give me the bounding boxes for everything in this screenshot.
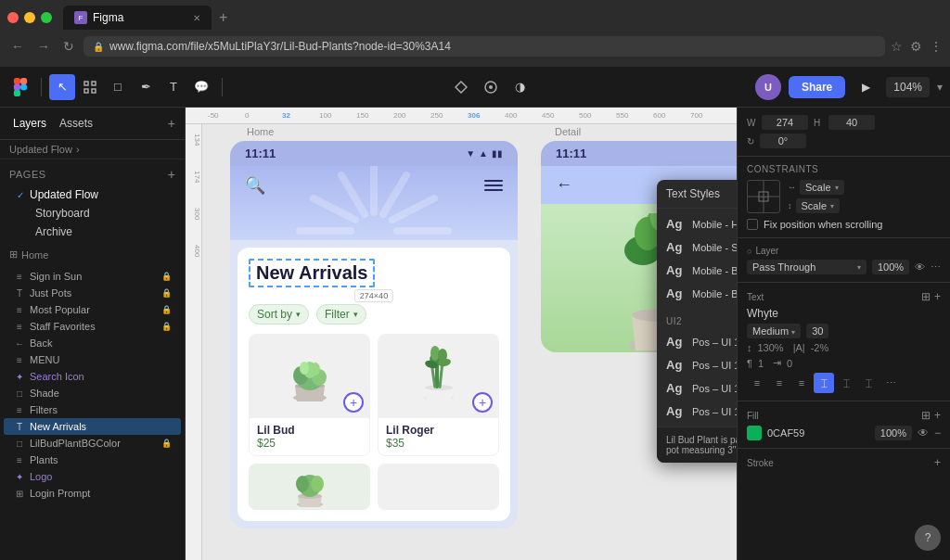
layers-tab[interactable]: Layers: [9, 115, 50, 132]
updated-flow-breadcrumb[interactable]: Updated Flow: [9, 144, 72, 155]
h-constraint-dropdown[interactable]: Scale ▾: [800, 180, 844, 195]
zoom-indicator[interactable]: 104%: [886, 77, 930, 97]
layer-opacity-value[interactable]: 100%: [872, 260, 909, 274]
layer-staff-favorites[interactable]: ≡ Staff Favorites 🔒: [4, 318, 181, 335]
tab-close-icon[interactable]: ✕: [193, 13, 200, 23]
style-mobile-header[interactable]: Ag Mobile - Header: [657, 212, 737, 235]
fill-opacity-value[interactable]: 100%: [875, 426, 912, 440]
add-fill-icon[interactable]: +: [934, 409, 941, 422]
add-to-cart-button-1[interactable]: +: [343, 392, 364, 413]
active-tab[interactable]: F Figma ✕: [63, 6, 212, 30]
v-constraint-dropdown[interactable]: Scale ▾: [796, 198, 841, 213]
align-top-button[interactable]: ⌶: [814, 373, 834, 393]
ellipsis-icon[interactable]: ⋯: [931, 261, 941, 274]
fill-remove-icon[interactable]: −: [934, 426, 941, 439]
fill-grid-icon[interactable]: ⊞: [921, 409, 931, 422]
canvas-area[interactable]: -50 0 32 100 150 200 250 306 400 450 500…: [186, 108, 737, 560]
text-grid-icon[interactable]: ⊞: [921, 290, 931, 303]
layer-menu[interactable]: ≡ MENU: [4, 351, 181, 368]
comment-tool-button[interactable]: 💬: [188, 74, 214, 100]
layer-logo[interactable]: ✦ Logo: [4, 468, 181, 485]
components-button[interactable]: [448, 74, 474, 100]
extensions-icon[interactable]: ⚙: [910, 39, 922, 54]
help-button[interactable]: ?: [915, 525, 941, 551]
fill-color-swatch[interactable]: [747, 426, 762, 440]
shape-tool-button[interactable]: □: [105, 74, 131, 100]
menu-icon[interactable]: ⋮: [930, 39, 943, 54]
add-layer-button[interactable]: +: [168, 116, 175, 131]
search-icon[interactable]: 🔍: [245, 175, 265, 196]
text-tool-button[interactable]: T: [160, 74, 186, 100]
fix-position-checkbox[interactable]: [747, 219, 758, 230]
product-card-2[interactable]: + Lil Roger $35: [378, 334, 499, 456]
share-button[interactable]: Share: [789, 76, 845, 98]
pen-tool-button[interactable]: ✒: [133, 74, 159, 100]
back-arrow-icon[interactable]: ←: [556, 175, 572, 195]
align-right-button[interactable]: ≡: [791, 373, 812, 393]
new-tab-button[interactable]: +: [215, 9, 231, 26]
refresh-nav-button[interactable]: ↻: [59, 37, 78, 56]
height-value[interactable]: 40: [828, 115, 875, 130]
layer-most-popular[interactable]: ≡ Most Popular 🔒: [4, 301, 181, 318]
move-tool-button[interactable]: ↖: [49, 74, 75, 100]
new-arrivals-title[interactable]: New Arrivals: [249, 259, 375, 287]
add-to-cart-button-2[interactable]: +: [472, 392, 493, 413]
style-mobile-body-links[interactable]: Ag Mobile - Body Links: [657, 282, 737, 305]
page-item-archive[interactable]: Archive: [9, 223, 175, 241]
maximize-button[interactable]: [41, 12, 52, 23]
width-value[interactable]: 274: [762, 115, 808, 130]
play-button[interactable]: ▶: [853, 74, 879, 100]
filter-button[interactable]: Filter ▾: [316, 304, 366, 325]
layer-login-prompt[interactable]: ⊞ Login Prompt: [4, 485, 181, 502]
style-mobile-body[interactable]: Ag Mobile - Body: [657, 259, 737, 282]
align-center-button[interactable]: ≡: [769, 373, 790, 393]
star-icon[interactable]: ☆: [891, 39, 903, 54]
style-pos-ui11-medium[interactable]: Ag Pos – UI 11 Medium: [657, 353, 737, 376]
layer-new-arrivals[interactable]: T New Arrivals: [4, 418, 181, 435]
add-page-button[interactable]: +: [168, 167, 175, 182]
text-more-options-button[interactable]: ⋯: [880, 373, 901, 393]
rotation-value[interactable]: 0°: [760, 134, 806, 148]
layer-sign-in-sun[interactable]: ≡ Sign in Sun 🔒: [4, 268, 181, 285]
layer-shade[interactable]: □ Shade: [4, 385, 181, 401]
back-nav-button[interactable]: ←: [7, 37, 28, 56]
style-pos-ui12[interactable]: Ag Pos – UI 12: [657, 400, 737, 423]
forward-nav-button[interactable]: →: [33, 37, 54, 56]
add-text-style-icon[interactable]: +: [934, 290, 941, 303]
layer-just-pots[interactable]: T Just Pots 🔒: [4, 285, 181, 301]
minimize-button[interactable]: [24, 12, 35, 23]
layer-mode-dropdown[interactable]: Pass Through ▾: [747, 260, 867, 274]
sidebar-header: Layers Assets +: [0, 108, 185, 140]
layer-plants[interactable]: ≡ Plants: [4, 452, 181, 468]
contrast-button[interactable]: ◑: [507, 74, 533, 100]
frame-tool-button[interactable]: [77, 74, 103, 100]
assets-tab[interactable]: Assets: [56, 115, 96, 132]
figma-logo[interactable]: [7, 74, 33, 100]
style-mobile-small[interactable]: Ag Mobile - Small Text: [657, 235, 737, 259]
fill-hex-value[interactable]: 0CAF59: [767, 427, 804, 439]
sort-by-button[interactable]: Sort by ▾: [249, 304, 309, 325]
style-pos-ui11[interactable]: Ag Pos – UI 11: [657, 330, 737, 353]
layer-lil-bud-bg[interactable]: □ LilBudPlantBGColor 🔒: [4, 435, 181, 452]
page-item-storyboard[interactable]: Storyboard: [9, 204, 175, 223]
style-pos-ui11-bold[interactable]: Ag Pos – UI 11 Bold: [657, 376, 737, 400]
layer-back[interactable]: ← Back: [4, 335, 181, 351]
align-bottom-button[interactable]: ⌶: [858, 373, 879, 393]
align-left-button[interactable]: ≡: [747, 373, 767, 393]
product-card-1[interactable]: + Lil Bud $25: [249, 334, 370, 456]
font-size-value[interactable]: 30: [806, 324, 828, 338]
layer-filters[interactable]: ≡ Filters: [4, 401, 181, 418]
font-weight-dropdown[interactable]: Medium ▾: [747, 324, 801, 338]
align-middle-button[interactable]: ⌶: [836, 373, 856, 393]
zoom-chevron[interactable]: ▾: [937, 81, 943, 94]
fill-eye-icon[interactable]: 👁: [918, 426, 929, 439]
hamburger-menu-icon[interactable]: [484, 180, 503, 191]
page-item-updated-flow[interactable]: ✓ Updated Flow: [9, 185, 175, 204]
section-collapse-icon[interactable]: ⊞: [9, 248, 18, 261]
eye-icon[interactable]: 👁: [915, 261, 925, 273]
assets-button[interactable]: [478, 74, 504, 100]
address-bar[interactable]: 🔒 www.figma.com/file/x5MuLtiPlaY3r/Lil-B…: [83, 36, 885, 57]
layer-search-icon[interactable]: ✦ Search Icon: [4, 368, 181, 385]
add-stroke-icon[interactable]: +: [934, 456, 941, 469]
close-button[interactable]: [7, 12, 19, 23]
